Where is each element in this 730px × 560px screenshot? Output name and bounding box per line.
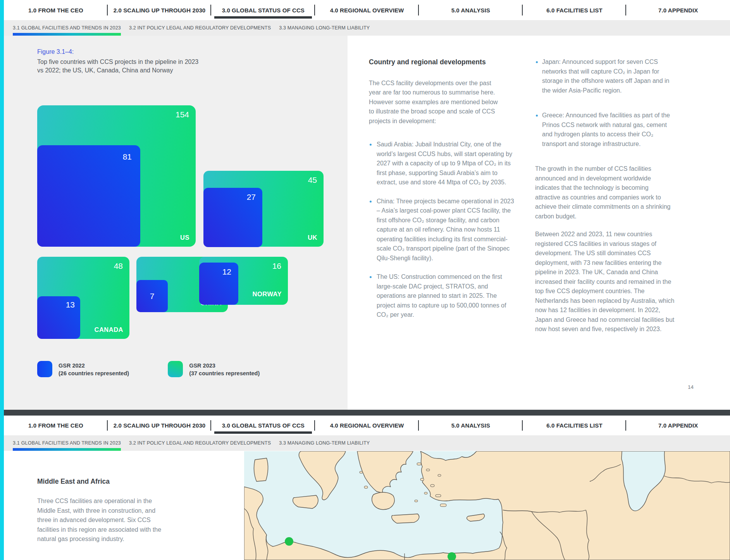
tab-label: 3.0 GLOBAL STATUS OF CCS xyxy=(222,422,305,429)
para-between-2022-2023: Between 2022 and 2023, 11 new countries … xyxy=(535,230,675,334)
subtab-label: 3.2 INT POLICY LEGAL AND REGULATORY DEVE… xyxy=(129,440,271,446)
map-svg xyxy=(244,451,730,560)
gsr2023-swatch xyxy=(168,361,183,377)
tab-6-facilities-list[interactable]: 6.0 FACILITIES LIST xyxy=(523,416,627,435)
canada-gsr2022-square: 13 xyxy=(37,296,80,339)
uk-gsr2023-value: 45 xyxy=(308,175,317,185)
figure-caption: Top five countries with CCS projects in … xyxy=(37,58,206,75)
tab-label: 7.0 APPENDIX xyxy=(658,7,698,14)
uk-gsr2022-square: 27 xyxy=(203,188,262,247)
canada-label: CANADA xyxy=(95,326,124,333)
tab-label: 4.0 REGIONAL OVERVIEW xyxy=(330,7,404,14)
subtab-3-1-global-facilities[interactable]: 3.1 GLOBAL FACILITIES AND TRENDS IN 2023 xyxy=(13,435,121,451)
uk-gsr2022-value: 27 xyxy=(247,192,256,202)
us-gsr2022-value: 81 xyxy=(123,152,132,161)
bullet-greece: Greece: Announced five facilities as par… xyxy=(535,111,674,149)
tab-3-global-status[interactable]: 3.0 GLOBAL STATUS OF CCS xyxy=(211,416,315,435)
para-growth: The growth in the number of CCS faciliti… xyxy=(535,164,675,221)
bullet-list-right: Japan: Announced support for seven CCS n… xyxy=(535,57,683,149)
subtab-3-2-int-policy[interactable]: 3.2 INT POLICY LEGAL AND REGULATORY DEVE… xyxy=(129,435,271,451)
section-heading-middle-east-africa: Middle East and Africa xyxy=(37,478,110,486)
tab-label: 2.0 SCALING UP THROUGH 2030 xyxy=(114,422,206,429)
legend-item-gsr2023: GSR 2023 (37 countries represented) xyxy=(168,361,260,377)
sub-nav-page2: 3.1 GLOBAL FACILITIES AND TRENDS IN 2023… xyxy=(4,435,730,451)
norway-label: NORWAY xyxy=(253,290,282,298)
tab-label: 4.0 REGIONAL OVERVIEW xyxy=(330,422,404,429)
subtab-label: 3.3 MANAGING LONG-TERM LIABILITY xyxy=(279,440,370,446)
norway-gsr2022-square: 12 xyxy=(199,263,238,305)
tab-4-regional-overview[interactable]: 4.0 REGIONAL OVERVIEW xyxy=(315,0,419,20)
article-heading: Country and regional developments xyxy=(369,57,513,67)
canada-gsr2023-value: 48 xyxy=(114,261,123,271)
tab-label: 3.0 GLOBAL STATUS OF CCS xyxy=(222,7,305,14)
legend-gsr2023-subtitle: (37 countries represented) xyxy=(189,369,260,377)
tab-4-regional-overview[interactable]: 4.0 REGIONAL OVERVIEW xyxy=(315,416,419,435)
norway-gsr2022-value: 12 xyxy=(222,267,231,277)
subtab-label: 3.1 GLOBAL FACILITIES AND TRENDS IN 2023 xyxy=(13,440,121,446)
tab-label: 5.0 ANALYSIS xyxy=(451,7,490,14)
tab-1-from-the-ceo[interactable]: 1.0 FROM THE CEO xyxy=(4,0,108,20)
tab-label: 2.0 SCALING UP THROUGH 2030 xyxy=(114,7,206,14)
legend-item-gsr2022: GSR 2022 (26 countries represented) xyxy=(37,361,129,377)
us-gsr2022-square: 81 xyxy=(37,145,140,247)
tab-label: 6.0 FACILITIES LIST xyxy=(546,422,602,429)
main-nav-page1: 1.0 FROM THE CEO 2.0 SCALING UP THROUGH … xyxy=(4,0,730,20)
brand-accent-stripe xyxy=(0,0,4,560)
article-column-left: Country and regional developments The CC… xyxy=(369,57,513,329)
figure-panel: Figure 3.1–4: Top five countries with CC… xyxy=(4,36,348,410)
canada-gsr2022-value: 13 xyxy=(66,300,75,309)
page-number: 14 xyxy=(688,384,694,390)
tab-label: 7.0 APPENDIX xyxy=(658,422,698,429)
active-tab-underline xyxy=(214,431,312,434)
mediterranean-map xyxy=(244,451,730,560)
facility-marker-libya xyxy=(285,537,293,546)
tab-label: 5.0 ANALYSIS xyxy=(451,422,490,429)
bullet-china: China: Three projects became operational… xyxy=(369,197,515,263)
tab-2-scaling-up[interactable]: 2.0 SCALING UP THROUGH 2030 xyxy=(108,0,212,20)
tab-3-global-status[interactable]: 3.0 GLOBAL STATUS OF CCS xyxy=(211,0,315,20)
us-label: US xyxy=(180,234,189,241)
legend-gsr2022-title: GSR 2022 xyxy=(59,362,129,369)
tab-label: 1.0 FROM THE CEO xyxy=(28,422,83,429)
china-gsr2022-square: 7 xyxy=(136,280,168,312)
china-gsr2022-value: 7 xyxy=(150,292,155,301)
report-page: 1.0 FROM THE CEO 2.0 SCALING UP THROUGH … xyxy=(0,0,730,560)
subtab-3-3-liability[interactable]: 3.3 MANAGING LONG-TERM LIABILITY xyxy=(279,20,370,36)
article-intro: The CCS facility developments over the p… xyxy=(369,79,503,126)
tab-5-analysis[interactable]: 5.0 ANALYSIS xyxy=(419,416,523,435)
bullet-list-left: Saudi Arabia: Jubail Industrial City, on… xyxy=(369,140,513,320)
gsr2022-swatch xyxy=(37,361,52,377)
uk-label: UK xyxy=(308,234,317,241)
bullet-us: The US: Construction commenced on the fi… xyxy=(369,272,515,320)
us-gsr2023-value: 154 xyxy=(176,110,189,119)
tab-5-analysis[interactable]: 5.0 ANALYSIS xyxy=(419,0,523,20)
tab-7-appendix[interactable]: 7.0 APPENDIX xyxy=(626,0,730,20)
article-column-right: Japan: Announced support for seven CCS n… xyxy=(535,57,683,343)
bullet-japan: Japan: Announced support for seven CCS n… xyxy=(535,57,674,95)
tab-1-from-the-ceo[interactable]: 1.0 FROM THE CEO xyxy=(4,416,108,435)
tab-7-appendix[interactable]: 7.0 APPENDIX xyxy=(626,416,730,435)
subtab-label: 3.3 MANAGING LONG-TERM LIABILITY xyxy=(279,25,370,31)
chart-legend: GSR 2022 (26 countries represented) GSR … xyxy=(37,361,260,377)
main-nav-page2: 1.0 FROM THE CEO 2.0 SCALING UP THROUGH … xyxy=(4,416,730,435)
subtab-label: 3.2 INT POLICY LEGAL AND REGULATORY DEVE… xyxy=(129,25,271,31)
tab-6-facilities-list[interactable]: 6.0 FACILITIES LIST xyxy=(523,0,627,20)
subtab-3-2-int-policy[interactable]: 3.2 INT POLICY LEGAL AND REGULATORY DEVE… xyxy=(129,20,271,36)
bullet-saudi-arabia: Saudi Arabia: Jubail Industrial City, on… xyxy=(369,140,515,187)
tab-label: 6.0 FACILITIES LIST xyxy=(546,7,602,14)
active-tab-underline xyxy=(214,16,312,19)
section-body-middle-east-africa: Three CCS facilities are operational in … xyxy=(37,496,171,544)
map-crete xyxy=(392,514,419,523)
legend-gsr2022-subtitle: (26 countries represented) xyxy=(59,369,129,377)
legend-gsr2023-title: GSR 2023 xyxy=(189,362,260,369)
norway-gsr2023-value: 16 xyxy=(272,261,281,271)
page-separator-bar xyxy=(4,410,730,416)
subtab-3-3-liability[interactable]: 3.3 MANAGING LONG-TERM LIABILITY xyxy=(279,435,370,451)
figure-label: Figure 3.1–4: xyxy=(37,48,74,55)
subtab-label: 3.1 GLOBAL FACILITIES AND TRENDS IN 2023 xyxy=(13,25,121,31)
tab-2-scaling-up[interactable]: 2.0 SCALING UP THROUGH 2030 xyxy=(108,416,212,435)
sub-nav-page1: 3.1 GLOBAL FACILITIES AND TRENDS IN 2023… xyxy=(4,20,730,36)
subtab-3-1-global-facilities[interactable]: 3.1 GLOBAL FACILITIES AND TRENDS IN 2023 xyxy=(13,20,121,36)
map-sardinia xyxy=(254,458,268,481)
tab-label: 1.0 FROM THE CEO xyxy=(28,7,83,14)
